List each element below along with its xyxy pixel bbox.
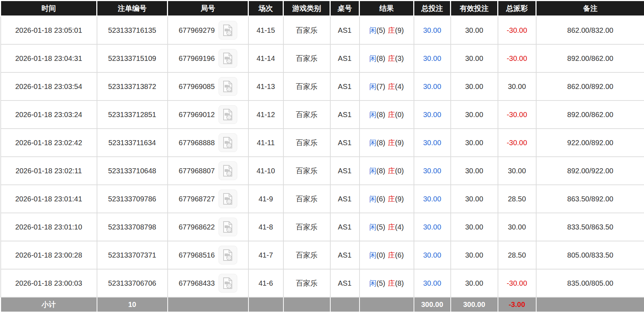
- cell-game-type: 百家乐: [283, 101, 330, 129]
- payout-value: 28.50: [508, 251, 526, 259]
- table-no-value: AS1: [338, 111, 352, 119]
- remark-value: 862.00/832.00: [567, 26, 613, 34]
- remark-value: 835.00/805.00: [567, 279, 613, 287]
- cell-payout: 30.00: [498, 157, 536, 185]
- cell-remark: 922.00/892.00: [536, 129, 644, 157]
- cell-valid-bet: 30.00: [451, 269, 498, 297]
- table-body: 2026-01-18 23:05:01 523133716135 6779692…: [1, 16, 644, 298]
- video-replay-button[interactable]: [219, 274, 237, 293]
- session-value: 41-7: [259, 251, 273, 259]
- cell-round-no: 677968433: [168, 269, 248, 297]
- cell-result: 闲(8)庄(9): [360, 129, 414, 157]
- round-no-value: 677969279: [178, 26, 215, 34]
- video-replay-button[interactable]: [219, 246, 237, 264]
- game-type-value: 百家乐: [296, 279, 318, 287]
- video-replay-button[interactable]: [219, 190, 237, 208]
- table-row: 2026-01-18 23:04:31 523133715109 6779691…: [1, 44, 644, 72]
- cell-table-no: AS1: [330, 241, 360, 269]
- valid-bet-value: 30.00: [465, 279, 483, 287]
- column-header-table-no: 桌号: [330, 1, 360, 16]
- valid-bet-value: 30.00: [465, 223, 483, 231]
- cell-game-type: 百家乐: [283, 16, 330, 45]
- total-bet-value: 30.00: [423, 195, 441, 203]
- result-banker-label: 庄: [388, 167, 395, 175]
- cell-result: 闲(0)庄(6): [360, 241, 414, 269]
- game-type-value: 百家乐: [296, 139, 318, 147]
- result-player-label: 闲: [369, 167, 376, 175]
- video-replay-button[interactable]: [219, 105, 237, 124]
- session-value: 41-6: [259, 279, 273, 287]
- cell-total-bet: 30.00: [414, 16, 451, 45]
- result-player-score: (8): [376, 111, 385, 119]
- video-replay-button[interactable]: [219, 77, 237, 96]
- cell-remark: 862.00/892.00: [536, 72, 644, 101]
- payout-value: 28.50: [508, 195, 526, 203]
- video-replay-button[interactable]: [219, 161, 237, 180]
- payout-value: -30.00: [507, 279, 527, 287]
- video-replay-button[interactable]: [219, 21, 237, 40]
- column-header-game-type: 游戏类别: [283, 1, 330, 16]
- cell-bet-no: 523133708798: [97, 213, 168, 241]
- video-replay-icon: [221, 220, 234, 233]
- cell-valid-bet: 30.00: [451, 157, 498, 185]
- remark-value: 862.00/892.00: [567, 83, 613, 90]
- valid-bet-value: 30.00: [465, 167, 483, 175]
- video-replay-button[interactable]: [219, 49, 237, 68]
- column-header-result: 结果: [360, 1, 414, 16]
- cell-remark: 863.50/892.00: [536, 185, 644, 213]
- bet-no-value: 523133713872: [108, 83, 156, 90]
- cell-result: 闲(8)庄(3): [360, 44, 414, 72]
- table-no-value: AS1: [338, 83, 352, 90]
- session-value: 41-8: [259, 223, 273, 231]
- cell-payout: 28.50: [498, 241, 536, 269]
- game-type-value: 百家乐: [296, 195, 318, 203]
- game-type-value: 百家乐: [296, 26, 318, 34]
- cell-payout: 30.00: [498, 72, 536, 101]
- result-player-label: 闲: [369, 83, 376, 90]
- total-bet-value: 30.00: [423, 223, 441, 231]
- cell-table-no: AS1: [330, 101, 360, 129]
- cell-round-no: 677968516: [168, 241, 248, 269]
- video-replay-icon: [221, 192, 234, 205]
- cell-table-no: AS1: [330, 72, 360, 101]
- cell-game-type: 百家乐: [283, 269, 330, 297]
- video-replay-button[interactable]: [219, 218, 237, 236]
- table-row: 2026-01-18 23:01:41 523133709786 6779687…: [1, 185, 644, 213]
- round-no-value: 677968516: [178, 251, 215, 259]
- bet-no-value: 523133707371: [108, 251, 156, 259]
- bet-no-value: 523133716135: [108, 26, 156, 34]
- remark-value: 833.50/863.50: [567, 223, 613, 231]
- total-bet-value: 30.00: [423, 26, 441, 34]
- cell-game-type: 百家乐: [283, 72, 330, 101]
- cell-game-type: 百家乐: [283, 241, 330, 269]
- remark-value: 892.00/862.00: [567, 54, 613, 62]
- result-banker-score: (9): [395, 195, 404, 203]
- session-value: 41-13: [256, 83, 275, 90]
- result-player-label: 闲: [369, 195, 376, 203]
- cell-time: 2026-01-18 23:00:28: [1, 241, 97, 269]
- video-replay-icon: [221, 52, 234, 65]
- cell-round-no: 677969085: [168, 72, 248, 101]
- cell-table-no: AS1: [330, 16, 360, 45]
- time-value: 2026-01-18 23:02:11: [16, 167, 82, 175]
- table-row: 2026-01-18 23:03:24 523133712851 6779690…: [1, 101, 644, 129]
- cell-payout: -30.00: [498, 101, 536, 129]
- valid-bet-value: 30.00: [465, 54, 483, 62]
- cell-table-no: AS1: [330, 213, 360, 241]
- summary-empty-result: [360, 297, 414, 312]
- cell-bet-no: 523133709786: [97, 185, 168, 213]
- cell-total-bet: 30.00: [414, 101, 451, 129]
- payout-value: 30.00: [508, 83, 526, 90]
- cell-round-no: 677968622: [168, 213, 248, 241]
- cell-bet-no: 523133707371: [97, 241, 168, 269]
- cell-bet-no: 523133715109: [97, 44, 168, 72]
- game-type-value: 百家乐: [296, 111, 318, 119]
- table-row: 2026-01-18 23:00:28 523133707371 6779685…: [1, 241, 644, 269]
- time-value: 2026-01-18 23:05:01: [15, 26, 82, 34]
- time-value: 2026-01-18 23:01:41: [15, 195, 82, 203]
- video-replay-button[interactable]: [219, 133, 237, 152]
- result-player-label: 闲: [369, 251, 376, 259]
- session-value: 41-10: [256, 167, 275, 175]
- cell-remark: 892.00/922.00: [536, 157, 644, 185]
- result-banker-score: (0): [395, 167, 404, 175]
